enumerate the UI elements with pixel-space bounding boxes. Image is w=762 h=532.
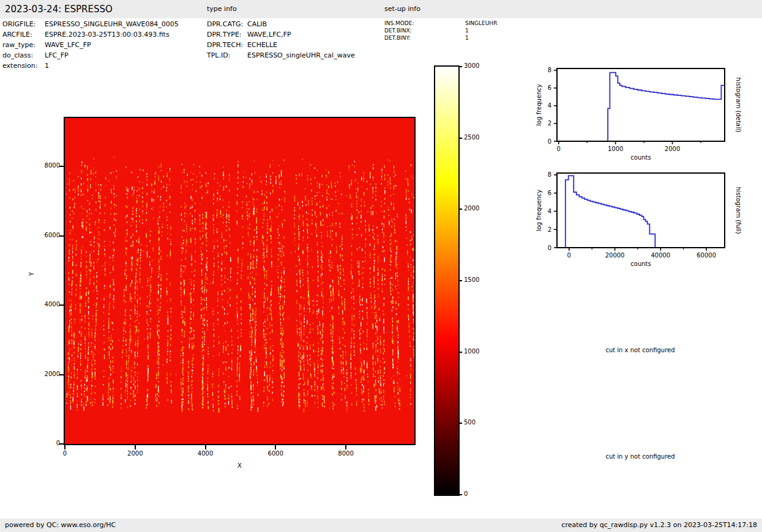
file-info-value: LFC_FP [45,51,69,59]
type-info-heading: type info [207,0,237,18]
hist-full-x-tick-label: 0 [567,252,571,259]
raw-image-frame [64,117,416,445]
type-info-label: DPR.TECH: [207,41,243,49]
colorbar-tick [458,209,462,210]
file-info-value: 1 [45,62,49,70]
raw-image-x-tick-label: 4000 [198,450,213,457]
raw-image-y-tick-label: 0 [24,440,60,446]
colorbar-frame [434,65,460,496]
colorbar-tick-label: 3000 [464,62,479,69]
raw-image-x-tick [345,445,346,449]
file-info-value: WAVE_LFC_FP [45,41,91,49]
hist-full-x-tick-label: 60000 [697,252,716,259]
histogram-full-plot: 024680200004000060000countslog frequency… [514,164,762,278]
type-info-value: CALIB [247,20,267,28]
file-info-label: ARCFILE: [2,31,32,39]
colorbar-tick [458,494,462,495]
hist-detail-y-axis-label: log frequency [536,84,542,126]
raw-image-y-tick [59,166,64,167]
raw-image-y-tick [59,443,64,445]
hist-detail-y-tick-label: 8 [548,67,551,73]
raw-image-x-tick-label: 2000 [127,450,143,457]
colorbar-tick-label: 0 [464,490,468,497]
colorbar-tick [458,423,462,424]
setup-info-label: DET.BINY: [384,35,411,42]
hist-detail-x-tick-label: 2000 [665,146,680,152]
setup-info-label: DET.BINX: [384,28,412,34]
top-bar: 2023-03-24: ESPRESSO type info set-up in… [0,0,762,18]
raw-image-y-tick-label: 8000 [24,162,60,169]
file-info-value: ESPRESSO_SINGLEUHR_WAVE084_0005 [45,20,179,28]
hist-detail-x-tick-label: 1000 [608,146,623,152]
hist-detail-side-label: histogram (detail) [735,78,742,133]
hist-full-y-tick-label: 4 [548,208,551,215]
raw-image-y-tick-label: 2000 [24,371,60,377]
setup-info-heading: set-up info [384,0,420,18]
type-info-value: ECHELLE [247,41,277,49]
raw-image-y-tick-label: 4000 [24,301,60,308]
raw-image-x-tick-label: 0 [63,450,67,457]
raw-image-x-axis-label: X [64,462,416,469]
colorbar-tick-label: 2000 [464,205,479,212]
hist-detail-y-tick-label: 4 [548,102,551,109]
raw-image-x-tick [64,445,65,449]
colorbar-tick [458,352,462,353]
raw-image-y-tick [59,305,64,306]
hist-detail-y-tick-label: 6 [548,84,551,91]
colorbar-tick-label: 1000 [464,348,479,355]
colorbar-tick-label: 500 [464,419,476,426]
hist-detail-x-axis-label: counts [630,154,651,161]
raw-image-x-tick [205,445,206,449]
hist-detail-y-tick-label: 0 [548,138,551,145]
hist-full-side-label: histogram (full) [735,187,742,234]
file-info-label: extension: [2,62,37,70]
raw-image-x-tick [275,445,276,449]
hist-full-y-tick-label: 6 [548,190,551,196]
hist-full-y-tick-label: 8 [548,171,551,178]
raw-image-y-tick [59,374,64,375]
footer-right-text: created by qc_rawdisp.py v1.2.3 on 2023-… [561,519,757,532]
hist-full-x-tick-label: 20000 [605,252,625,259]
type-info-value: ESPRESSO_singleUHR_cal_wave [247,51,355,59]
hist-full-curve [557,175,725,248]
hist-full-y-tick-label: 0 [548,245,551,251]
setup-info-value: 1 [465,35,469,42]
type-info-label: TPL.ID: [207,51,230,59]
colorbar-tick-label: 2500 [464,134,479,141]
hist-detail-x-tick-label: 0 [557,146,561,152]
hist-full-x-tick-label: 40000 [651,252,670,259]
raw-image-y-tick-label: 6000 [24,232,60,238]
footer-left-text: powered by QC: www.eso.org/HC [5,519,116,532]
file-info-label: ORIGFILE: [2,20,35,28]
raw-image-x-tick-label: 8000 [338,450,353,457]
raw-image-x-tick-label: 6000 [268,450,283,457]
raw-image-y-tick [59,235,64,237]
file-info-label: raw_type: [2,41,35,49]
raw-image-canvas [65,118,414,444]
file-info-value: ESPRE.2023-03-25T13:00:03.493.fits [45,31,170,39]
hist-detail-curve [557,73,725,141]
cut-in-x-note: cut in x not configured [575,347,705,353]
colorbar-gradient [435,67,458,495]
hist-detail-axes-box [557,68,725,141]
cut-in-y-note: cut in y not configured [575,453,705,460]
qc-report-page: 2023-03-24: ESPRESSO type info set-up in… [0,0,762,532]
hist-full-y-tick-label: 2 [548,226,551,233]
histogram-detail-plot: 02468010002000countslog frequencyhistogr… [514,58,762,171]
colorbar-tick [458,66,462,67]
page-title: 2023-03-24: ESPRESSO [5,0,113,18]
setup-info-label: INS.MODE: [384,20,414,27]
type-info-label: DPR.TYPE: [207,31,242,39]
raw-image-y-axis-label: Y [28,272,35,276]
colorbar-tick-label: 1500 [464,276,479,283]
colorbar-tick [458,280,462,281]
hist-full-x-axis-label: counts [630,260,651,267]
hist-full-axes-box [557,173,725,248]
raw-image-x-tick [135,445,136,449]
file-info-label: do_class: [2,51,33,59]
hist-full-y-axis-label: log frequency [536,190,542,232]
colorbar-tick [458,138,462,139]
type-info-value: WAVE,LFC,FP [247,31,291,39]
setup-info-value: 1 [465,28,469,34]
footer-bar: powered by QC: www.eso.org/HC created by… [0,519,762,532]
